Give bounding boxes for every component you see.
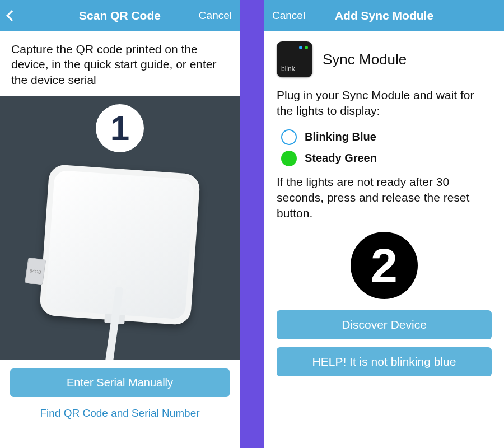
- device-ssid: SSID: BLINK-00F1: [63, 240, 176, 256]
- sync-module-title: Sync Module: [323, 51, 407, 68]
- reset-instruction: If the lights are not ready after 30 sec…: [277, 174, 492, 222]
- find-qr-link[interactable]: Find QR Code and Serial Number: [40, 407, 199, 419]
- green-light-label: Steady Green: [305, 152, 377, 165]
- instruction-text: Capture the QR code printed on the devic…: [0, 31, 240, 96]
- device-dsn: DSN:: [65, 207, 179, 223]
- blue-light-label: Blinking Blue: [305, 130, 376, 143]
- back-button[interactable]: [8, 12, 47, 20]
- help-not-blinking-button[interactable]: HELP! It is not blinking blue: [277, 347, 492, 376]
- sync-module-photo: MODEL: BSM00400U MADE IN CHINA DSN: MAC:…: [39, 164, 200, 325]
- device-model: MODEL: BSM00400U: [92, 186, 155, 199]
- device-made-in: MADE IN CHINA: [92, 195, 155, 208]
- sd-card-icon: 64GB: [25, 257, 46, 285]
- trash-icon: 🗑: [152, 234, 161, 246]
- header-title: Scan QR Code: [79, 9, 161, 22]
- cancel-label: Cancel: [199, 10, 232, 22]
- enter-serial-manually-button[interactable]: Enter Serial Manually: [10, 368, 230, 397]
- brand-label: blink: [281, 65, 295, 73]
- ce-mark-icon: C═: [61, 257, 78, 273]
- light-status-blue: Blinking Blue: [281, 129, 492, 145]
- screen-divider: [240, 0, 264, 448]
- device-ic: IC: 20741-B2121520: [63, 232, 177, 248]
- sync-module-heading-row: blink Sync Module: [277, 41, 492, 77]
- cancel-button[interactable]: Cancel: [272, 10, 311, 22]
- plug-in-instruction: Plug in your Sync Module and wait for th…: [277, 87, 492, 119]
- screen-add-sync-module: Cancel Add Sync Module blink Sync Module…: [264, 0, 504, 448]
- header: Scan QR Code Cancel: [0, 0, 240, 31]
- cancel-label: Cancel: [272, 10, 305, 22]
- sync-module-icon: blink: [277, 41, 312, 77]
- device-fccid: FCC ID: 2AF77-H2121520: [64, 223, 178, 240]
- chevron-left-icon: [6, 10, 17, 21]
- header: Cancel Add Sync Module: [264, 0, 504, 31]
- step-badge-2: 2: [351, 232, 418, 299]
- step-badge-1: 1: [96, 104, 144, 152]
- led-indicator-icon: [299, 46, 308, 49]
- cancel-button[interactable]: Cancel: [193, 10, 232, 22]
- step-badge-2-number: 2: [371, 241, 398, 290]
- device-label: MODEL: BSM00400U MADE IN CHINA DSN: MAC:…: [63, 184, 180, 256]
- device-mac: MAC: 44:D5:CC:81:57:29: [64, 215, 178, 231]
- discover-device-button[interactable]: Discover Device: [277, 310, 492, 339]
- blue-light-icon: [281, 129, 297, 145]
- camera-viewfinder[interactable]: 1 MODEL: BSM00400U MADE IN CHINA DSN: MA…: [0, 96, 240, 360]
- screen-scan-qr: Scan QR Code Cancel Capture the QR code …: [0, 0, 240, 448]
- fcc-mark-icon: FC: [166, 235, 177, 248]
- sd-card-label: 64GB: [30, 268, 42, 275]
- light-status-green: Steady Green: [281, 151, 492, 166]
- qr-code-icon: [66, 184, 86, 204]
- header-title: Add Sync Module: [335, 9, 433, 22]
- step-badge-1-number: 1: [110, 111, 129, 146]
- green-light-icon: [281, 151, 297, 166]
